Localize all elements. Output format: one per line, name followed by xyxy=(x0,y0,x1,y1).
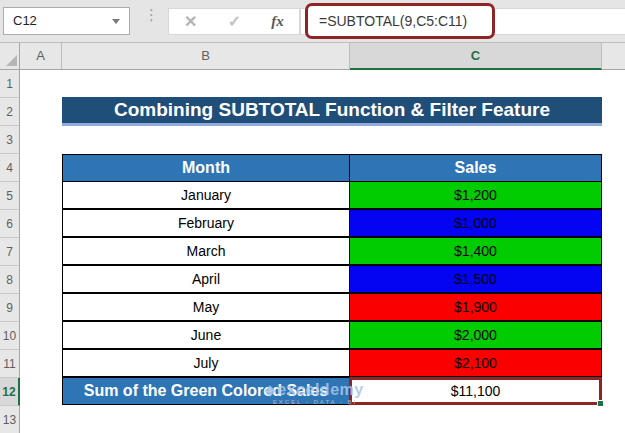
title-cell[interactable]: Combining SUBTOTAL Function & Filter Fea… xyxy=(62,97,602,126)
summary-value-cell selected-cell[interactable]: $11,100 xyxy=(349,377,602,405)
table-row: February $1,000 xyxy=(62,210,602,238)
enter-icon[interactable]: ✓ xyxy=(228,12,241,31)
row-header-12[interactable]: 12 xyxy=(0,378,20,406)
fill-handle[interactable] xyxy=(597,400,604,407)
month-cell[interactable]: April xyxy=(62,265,350,293)
row-header-2[interactable]: 2 xyxy=(0,98,19,126)
column-header-a[interactable]: A xyxy=(20,43,62,69)
month-cell[interactable]: March xyxy=(62,237,350,265)
table-row: April $1,500 xyxy=(62,266,602,294)
row-header-6[interactable]: 6 xyxy=(0,210,19,238)
month-cell[interactable]: January xyxy=(62,181,350,209)
summary-row: Sum of the Green Colored Sales $11,100 xyxy=(62,378,602,406)
month-cell[interactable]: June xyxy=(62,321,350,349)
name-box-dropdown-icon[interactable] xyxy=(112,19,120,24)
table-row: May $1,900 xyxy=(62,294,602,322)
row-header-8[interactable]: 8 xyxy=(0,266,19,294)
month-header-cell[interactable]: Month xyxy=(62,154,350,182)
cancel-icon[interactable]: ✕ xyxy=(184,12,197,31)
formula-annotation-box: =SUBTOTAL(9,C5:C11) xyxy=(305,3,495,39)
sales-cell[interactable]: $1,500 xyxy=(349,265,602,293)
formula-bar: C12 ⋮ ✕ ✓ fx =SUBTOTAL(9,C5:C11) xyxy=(0,0,625,43)
name-box[interactable]: C12 xyxy=(3,7,130,35)
column-header-d-stub[interactable] xyxy=(602,43,625,69)
row-header-10[interactable]: 10 xyxy=(0,322,19,350)
select-all-icon xyxy=(6,55,17,66)
column-header-b[interactable]: B xyxy=(62,43,350,69)
row-header-strip: 1 2 3 4 5 6 7 8 9 10 11 12 13 xyxy=(0,70,20,433)
sales-cell[interactable]: $2,100 xyxy=(349,349,602,377)
formula-button-group: ✕ ✓ fx xyxy=(168,8,300,35)
sales-cell[interactable]: $1,200 xyxy=(349,181,602,209)
column-header-c[interactable]: C xyxy=(350,43,602,70)
month-cell[interactable]: July xyxy=(62,349,350,377)
column-header-strip: A B C xyxy=(0,43,625,70)
sales-cell[interactable]: $1,900 xyxy=(349,293,602,321)
formula-text[interactable]: =SUBTOTAL(9,C5:C11) xyxy=(319,13,467,29)
row-header-9[interactable]: 9 xyxy=(0,294,19,322)
month-cell[interactable]: May xyxy=(62,293,350,321)
row-header-3[interactable]: 3 xyxy=(0,126,19,154)
excel-window: C12 ⋮ ✕ ✓ fx =SUBTOTAL(9,C5:C11) A B C 1… xyxy=(0,0,625,433)
row-header-13[interactable]: 13 xyxy=(0,406,19,433)
table-row: July $2,100 xyxy=(62,350,602,378)
sales-cell[interactable]: $1,400 xyxy=(349,237,602,265)
sales-header-cell[interactable]: Sales xyxy=(349,154,602,182)
table-row: June $2,000 xyxy=(62,322,602,350)
insert-function-icon[interactable]: fx xyxy=(271,13,284,30)
month-cell[interactable]: February xyxy=(62,209,350,237)
row-header-1[interactable]: 1 xyxy=(0,70,19,98)
summary-value: $11,100 xyxy=(451,383,501,399)
select-all-corner[interactable] xyxy=(0,43,20,69)
table-header-row: Month Sales xyxy=(62,154,602,182)
row-header-11[interactable]: 11 xyxy=(0,350,19,378)
formula-bar-separator-dots: ⋮ xyxy=(144,8,154,21)
row-header-4[interactable]: 4 xyxy=(0,154,19,182)
summary-label-cell[interactable]: Sum of the Green Colored Sales xyxy=(62,377,350,405)
name-box-value: C12 xyxy=(13,13,37,28)
sales-cell[interactable]: $2,000 xyxy=(349,321,602,349)
sales-cell[interactable]: $1,000 xyxy=(349,209,602,237)
table-row: March $1,400 xyxy=(62,238,602,266)
row-header-7[interactable]: 7 xyxy=(0,238,19,266)
table-row: January $1,200 xyxy=(62,182,602,210)
sales-table: Month Sales January $1,200 February $1,0… xyxy=(62,154,602,406)
row-header-5[interactable]: 5 xyxy=(0,182,19,210)
